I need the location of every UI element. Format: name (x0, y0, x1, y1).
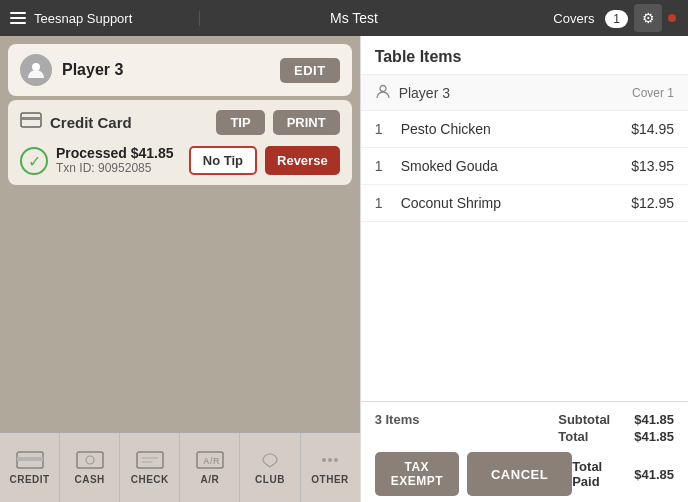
transaction-buttons: No Tip Reverse (189, 146, 340, 175)
menu-icon[interactable] (10, 12, 26, 24)
table-items-header: Table Items (361, 36, 688, 75)
subtotal-label: Subtotal (558, 412, 618, 427)
right-footer: 3 Items Subtotal $41.85 Total $41.85 TAX… (361, 401, 688, 502)
svg-rect-5 (77, 452, 103, 468)
total-row: Total $41.85 (558, 429, 674, 444)
footer-summary: 3 Items Subtotal $41.85 Total $41.85 (375, 412, 674, 444)
top-bar-right: Covers 1 ⚙ (508, 4, 688, 32)
item-name-2: Smoked Gouda (401, 158, 632, 174)
ar-label: A/R (201, 474, 220, 485)
transaction-details: Processed $41.85 Txn ID: 90952085 (56, 145, 174, 175)
tip-button[interactable]: TIP (216, 110, 264, 135)
item-qty-1: 1 (375, 121, 391, 137)
cover-badge: Cover 1 (632, 86, 674, 100)
svg-point-14 (334, 458, 338, 462)
cash-payment-button[interactable]: CASH (60, 433, 120, 502)
other-payment-button[interactable]: OTHER (301, 433, 360, 502)
transaction-info: ✓ Processed $41.85 Txn ID: 90952085 (20, 145, 174, 175)
item-price-1: $14.95 (631, 121, 674, 137)
top-bar-left: Teesnap Support (0, 11, 200, 26)
items-count: 3 Items (375, 412, 420, 427)
right-player-avatar-icon (375, 83, 391, 102)
svg-point-6 (86, 456, 94, 464)
cc-actions: TIP PRINT (216, 110, 339, 135)
player-section: Player 3 EDIT (8, 44, 352, 96)
settings-button[interactable]: ⚙ (634, 4, 662, 32)
item-qty-3: 1 (375, 195, 391, 211)
order-item: 1 Coconut Shrimp $12.95 (361, 185, 688, 222)
item-name-3: Coconut Shrimp (401, 195, 632, 211)
total-paid-value: $41.85 (634, 467, 674, 482)
other-label: OTHER (311, 474, 349, 485)
left-panel: Player 3 EDIT Credit Card TIP (0, 36, 360, 502)
footer-bottom-row: TAX EXEMPT CANCEL Total Paid $41.85 (375, 452, 674, 496)
footer-action-buttons: TAX EXEMPT CANCEL (375, 452, 573, 496)
page-title: Ms Test (200, 10, 508, 26)
item-price-2: $13.95 (631, 158, 674, 174)
processed-amount: Processed $41.85 (56, 145, 174, 161)
svg-text:A/R: A/R (203, 456, 220, 466)
covers-label: Covers 1 (553, 11, 628, 26)
cash-label: CASH (74, 474, 104, 485)
svg-point-13 (328, 458, 332, 462)
order-item: 1 Pesto Chicken $14.95 (361, 111, 688, 148)
club-label: CLUB (255, 474, 285, 485)
reverse-button[interactable]: Reverse (265, 146, 340, 175)
covers-badge: 1 (605, 10, 628, 28)
top-bar: Teesnap Support Ms Test Covers 1 ⚙ (0, 0, 688, 36)
print-button[interactable]: PRINT (273, 110, 340, 135)
right-player-info: Player 3 (375, 83, 450, 102)
cc-header: Credit Card TIP PRINT (20, 110, 340, 135)
player-name: Player 3 (62, 61, 123, 79)
credit-card-section: Credit Card TIP PRINT ✓ Processed $41.85… (8, 100, 352, 185)
item-name-1: Pesto Chicken (401, 121, 632, 137)
ar-payment-button[interactable]: A/R A/R (180, 433, 240, 502)
subtotal-value: $41.85 (634, 412, 674, 427)
svg-point-0 (32, 63, 40, 71)
right-player-row: Player 3 Cover 1 (361, 75, 688, 111)
check-payment-button[interactable]: CHECK (120, 433, 180, 502)
cc-title: Credit Card (20, 112, 132, 133)
check-circle-icon: ✓ (20, 147, 48, 175)
tax-exempt-button[interactable]: TAX EXEMPT (375, 452, 459, 496)
edit-button[interactable]: EDIT (280, 58, 340, 83)
cc-label: Credit Card (50, 114, 132, 131)
main-layout: Player 3 EDIT Credit Card TIP (0, 36, 688, 502)
club-payment-button[interactable]: CLUB (240, 433, 300, 502)
total-paid-label: Total Paid (572, 459, 602, 489)
svg-rect-2 (21, 117, 41, 120)
item-price-3: $12.95 (631, 195, 674, 211)
notification-dot (668, 14, 676, 22)
svg-rect-4 (17, 457, 43, 461)
payment-buttons: CREDIT CASH CHECK A/R A/R CLUB OTHER (0, 432, 360, 502)
credit-label: CREDIT (9, 474, 49, 485)
credit-card-icon (20, 112, 42, 133)
item-qty-2: 1 (375, 158, 391, 174)
svg-point-12 (322, 458, 326, 462)
subtotal-row: Subtotal $41.85 (558, 412, 674, 427)
avatar (20, 54, 52, 86)
transaction-row: ✓ Processed $41.85 Txn ID: 90952085 No T… (20, 145, 340, 175)
no-tip-button[interactable]: No Tip (189, 146, 257, 175)
right-player-name: Player 3 (399, 85, 450, 101)
svg-rect-7 (137, 452, 163, 468)
right-panel: Table Items Player 3 Cover 1 1 Pesto Chi… (360, 36, 688, 502)
footer-totals: Subtotal $41.85 Total $41.85 (558, 412, 674, 444)
credit-payment-button[interactable]: CREDIT (0, 433, 60, 502)
svg-point-15 (380, 86, 386, 92)
order-item: 1 Smoked Gouda $13.95 (361, 148, 688, 185)
brand-name: Teesnap Support (34, 11, 132, 26)
transaction-id: Txn ID: 90952085 (56, 161, 174, 175)
player-info: Player 3 (20, 54, 123, 86)
total-value: $41.85 (634, 429, 674, 444)
check-label: CHECK (131, 474, 169, 485)
order-items-list: 1 Pesto Chicken $14.95 1 Smoked Gouda $1… (361, 111, 688, 401)
cancel-button[interactable]: CANCEL (467, 452, 572, 496)
paid-row: Total Paid $41.85 (572, 459, 674, 489)
total-label: Total (558, 429, 618, 444)
settings-icon: ⚙ (642, 10, 655, 26)
footer-paid-section: Total Paid $41.85 (572, 459, 674, 489)
